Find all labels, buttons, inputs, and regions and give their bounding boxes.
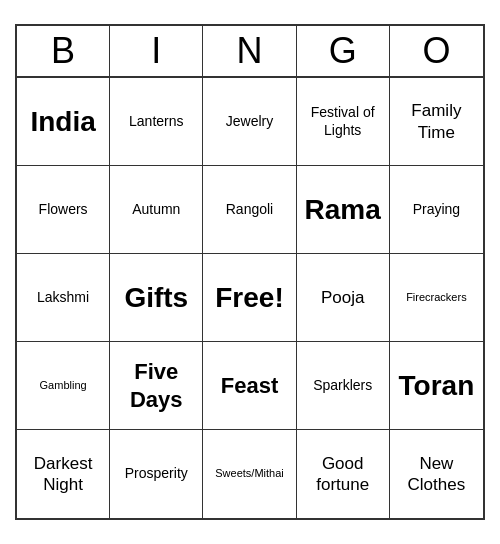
bingo-cell: Five Days (110, 342, 203, 430)
bingo-cell: Good fortune (297, 430, 390, 518)
cell-text: Darkest Night (21, 453, 105, 496)
bingo-cell: India (17, 78, 110, 166)
bingo-cell: New Clothes (390, 430, 483, 518)
cell-text: Free! (215, 280, 283, 315)
cell-text: Firecrackers (406, 291, 467, 305)
bingo-header: BINGO (17, 26, 483, 78)
bingo-cell: Family Time (390, 78, 483, 166)
bingo-cell: Gambling (17, 342, 110, 430)
bingo-cell: Festival of Lights (297, 78, 390, 166)
cell-text: New Clothes (394, 453, 479, 496)
bingo-cell: Firecrackers (390, 254, 483, 342)
cell-text: Gambling (40, 379, 87, 393)
cell-text: Good fortune (301, 453, 385, 496)
bingo-cell: Lakshmi (17, 254, 110, 342)
bingo-cell: Feast (203, 342, 296, 430)
header-letter: I (110, 26, 203, 76)
bingo-cell: Gifts (110, 254, 203, 342)
header-letter: G (297, 26, 390, 76)
bingo-cell: Autumn (110, 166, 203, 254)
cell-text: Flowers (39, 201, 88, 219)
bingo-cell: Pooja (297, 254, 390, 342)
bingo-cell: Toran (390, 342, 483, 430)
cell-text: Five Days (114, 358, 198, 413)
bingo-cell: Sweets/Mithai (203, 430, 296, 518)
cell-text: Sparklers (313, 377, 372, 395)
cell-text: Rama (305, 192, 381, 227)
header-letter: N (203, 26, 296, 76)
cell-text: Toran (399, 368, 475, 403)
bingo-cell: Praying (390, 166, 483, 254)
bingo-cell: Prosperity (110, 430, 203, 518)
bingo-cell: Flowers (17, 166, 110, 254)
cell-text: Prosperity (125, 465, 188, 483)
cell-text: Pooja (321, 287, 364, 308)
cell-text: Gifts (124, 280, 188, 315)
bingo-grid: IndiaLanternsJewelryFestival of LightsFa… (17, 78, 483, 518)
cell-text: Family Time (394, 100, 479, 143)
bingo-cell: Rama (297, 166, 390, 254)
cell-text: India (30, 104, 95, 139)
cell-text: Lakshmi (37, 289, 89, 307)
cell-text: Jewelry (226, 113, 273, 131)
cell-text: Festival of Lights (301, 104, 385, 139)
bingo-cell: Darkest Night (17, 430, 110, 518)
cell-text: Autumn (132, 201, 180, 219)
cell-text: Lanterns (129, 113, 183, 131)
header-letter: O (390, 26, 483, 76)
cell-text: Rangoli (226, 201, 273, 219)
cell-text: Praying (413, 201, 460, 219)
bingo-cell: Lanterns (110, 78, 203, 166)
cell-text: Sweets/Mithai (215, 467, 283, 481)
bingo-cell: Sparklers (297, 342, 390, 430)
bingo-card: BINGO IndiaLanternsJewelryFestival of Li… (15, 24, 485, 520)
header-letter: B (17, 26, 110, 76)
bingo-cell: Rangoli (203, 166, 296, 254)
bingo-cell: Free! (203, 254, 296, 342)
cell-text: Feast (221, 372, 278, 400)
bingo-cell: Jewelry (203, 78, 296, 166)
